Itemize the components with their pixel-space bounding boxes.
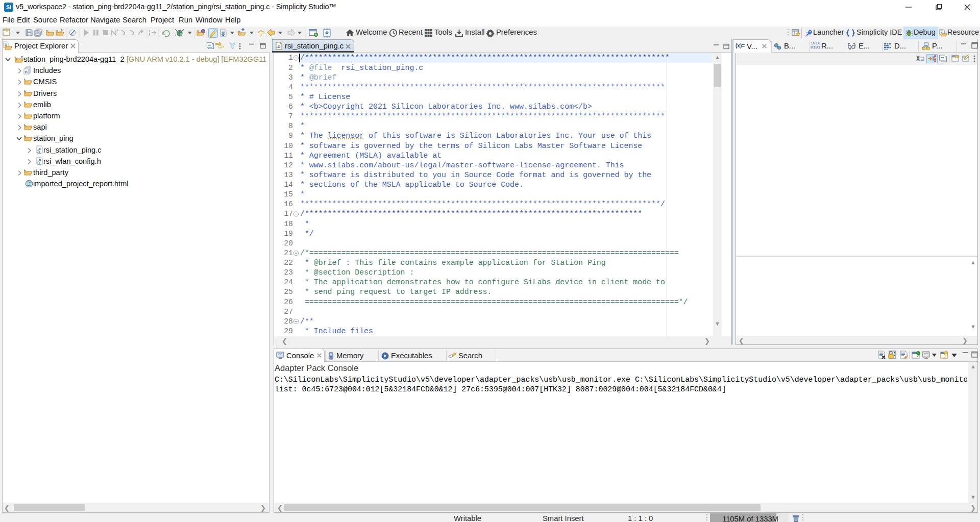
svg-text:x=: x= <box>849 48 851 51</box>
svg-text:c: c <box>21 55 23 59</box>
svg-text:.c: .c <box>277 44 280 49</box>
svg-text:h: h <box>25 70 28 74</box>
